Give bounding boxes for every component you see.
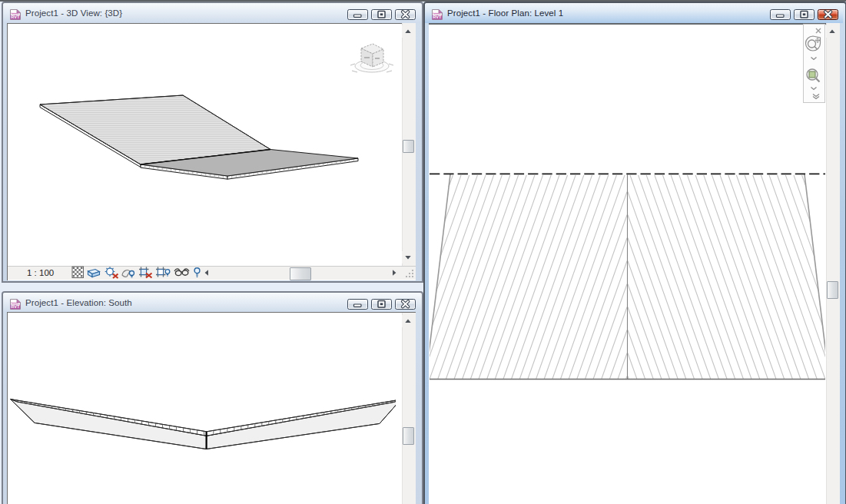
svg-text:RVT: RVT <box>11 304 20 309</box>
svg-text:RVT: RVT <box>433 15 442 19</box>
svg-text:RVT: RVT <box>11 15 20 19</box>
